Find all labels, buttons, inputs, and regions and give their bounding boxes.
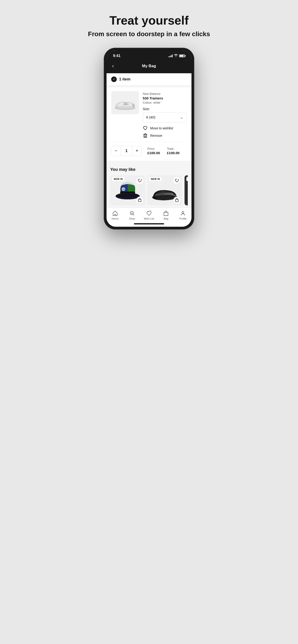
bag-icon	[163, 210, 169, 216]
back-button[interactable]: ‹	[112, 62, 116, 70]
product-row: N New Balance 530 Trainers Colour: white	[111, 91, 187, 138]
home-bar	[134, 223, 164, 224]
nav-item-bag[interactable]: Bag	[158, 210, 175, 220]
nav-title: My Bag	[142, 64, 156, 68]
item-count-text: 1 item	[119, 77, 130, 82]
wishlist-btn-2[interactable]	[173, 177, 180, 184]
product-section: N New Balance 530 Trainers Colour: white	[107, 88, 191, 161]
decrease-qty-button[interactable]: −	[111, 146, 121, 156]
total-label: Total:	[167, 147, 179, 150]
price-label: Price:	[147, 147, 160, 150]
action-row: Move to wishlist Remove	[143, 126, 187, 138]
svg-text:NB: NB	[123, 188, 125, 190]
recommendations-section: You may like NEW IN	[107, 162, 191, 208]
price-block: Price: £100.00	[147, 147, 160, 155]
product-details: New Balance 530 Trainers Colour: white S…	[143, 91, 187, 138]
total-block: Total: £100.00	[167, 147, 179, 155]
product-colour: Colour: white	[143, 101, 187, 104]
svg-point-18	[182, 212, 184, 213]
status-bar: 9:41	[107, 50, 191, 60]
home-label: Home	[112, 217, 118, 220]
recommendation-card-2[interactable]: NEW IN	[147, 175, 182, 206]
partial-item-illustration	[186, 178, 188, 203]
increase-qty-button[interactable]: +	[132, 146, 142, 156]
bag-label: Bag	[164, 217, 168, 220]
add-to-bag-btn-2[interactable]	[173, 196, 180, 204]
bottom-nav: Home Shop W	[107, 208, 191, 222]
promo-subtitle: From screen to doorstep in a few clicks	[88, 30, 210, 38]
wishlist-label: Move to wishlist	[150, 126, 173, 130]
profile-label: Profile	[179, 217, 187, 220]
size-label: Size:	[143, 107, 187, 111]
remove-label: Remove	[150, 134, 162, 138]
shop-icon	[129, 210, 135, 216]
wishlist-btn-1[interactable]	[136, 177, 143, 184]
item-count-bar: ✓ 1 item	[107, 73, 191, 86]
trash-icon	[143, 133, 148, 138]
promo-title: Treat yourself	[88, 14, 210, 27]
sneaker-illustration: N	[112, 93, 138, 112]
remove-button[interactable]: Remove	[143, 133, 187, 138]
recommendation-card-3[interactable]: NEW IN	[184, 175, 188, 206]
svg-rect-9	[138, 199, 141, 202]
promo-section: Treat yourself From screen to doorstep i…	[83, 9, 215, 38]
move-to-wishlist-button[interactable]: Move to wishlist	[143, 126, 187, 131]
battery-icon	[179, 54, 185, 57]
phone-screen: 9:41	[107, 50, 191, 227]
recommendations-title: You may like	[110, 167, 188, 172]
size-value: 6 (40)	[146, 115, 155, 119]
main-content: ✓ 1 item	[107, 73, 191, 208]
wifi-icon	[174, 54, 178, 58]
home-indicator	[107, 222, 191, 227]
nav-item-wishlist[interactable]: Wish List	[140, 210, 157, 220]
qty-value: 1	[121, 146, 132, 156]
camera-notch	[146, 53, 152, 59]
new-in-badge-2: NEW IN	[149, 177, 162, 181]
price-section: Price: £100.00 Total: £100.00	[147, 147, 179, 155]
svg-point-5	[116, 193, 140, 199]
recommendations-scroll: NEW IN	[110, 175, 188, 206]
new-in-badge-1: NEW IN	[112, 177, 124, 181]
status-icons	[168, 54, 185, 58]
status-time: 9:41	[113, 54, 120, 58]
heart-icon	[143, 126, 148, 131]
quantity-price-row: − 1 + Price: £100.00 Total: £100.00	[111, 142, 187, 156]
svg-rect-12	[175, 199, 178, 202]
quantity-control: − 1 +	[111, 146, 142, 156]
wishlist-icon	[146, 210, 152, 216]
svg-rect-2	[144, 134, 147, 138]
svg-text:LACOSTE: LACOSTE	[163, 193, 173, 195]
nav-item-home[interactable]: Home	[107, 210, 123, 220]
profile-icon	[180, 210, 186, 216]
product-brand: New Balance	[143, 92, 187, 96]
nav-bar: ‹ My Bag	[107, 60, 191, 73]
nav-item-profile[interactable]: Profile	[175, 210, 191, 220]
signal-icon	[168, 54, 173, 57]
add-to-bag-btn-1[interactable]	[136, 196, 143, 204]
product-name: 530 Trainers	[143, 96, 187, 100]
svg-text:N: N	[125, 102, 127, 105]
new-in-badge-3: NEW IN	[186, 177, 188, 181]
shop-label: Shop	[129, 217, 135, 220]
size-selector[interactable]: 6 (40) ⌄	[143, 112, 187, 122]
nav-item-shop[interactable]: Shop	[123, 210, 140, 220]
chevron-down-icon: ⌄	[180, 115, 183, 120]
check-icon: ✓	[111, 76, 117, 82]
wishlist-label-nav: Wish List	[144, 217, 154, 220]
phone-frame: 9:41	[104, 48, 194, 230]
product-image: N	[111, 91, 139, 114]
total-value: £100.00	[167, 151, 179, 155]
svg-rect-13	[186, 178, 188, 203]
svg-rect-17	[164, 212, 168, 216]
price-value: £100.00	[147, 151, 160, 155]
recommendation-card-1[interactable]: NEW IN	[110, 175, 145, 206]
home-icon	[112, 210, 118, 216]
